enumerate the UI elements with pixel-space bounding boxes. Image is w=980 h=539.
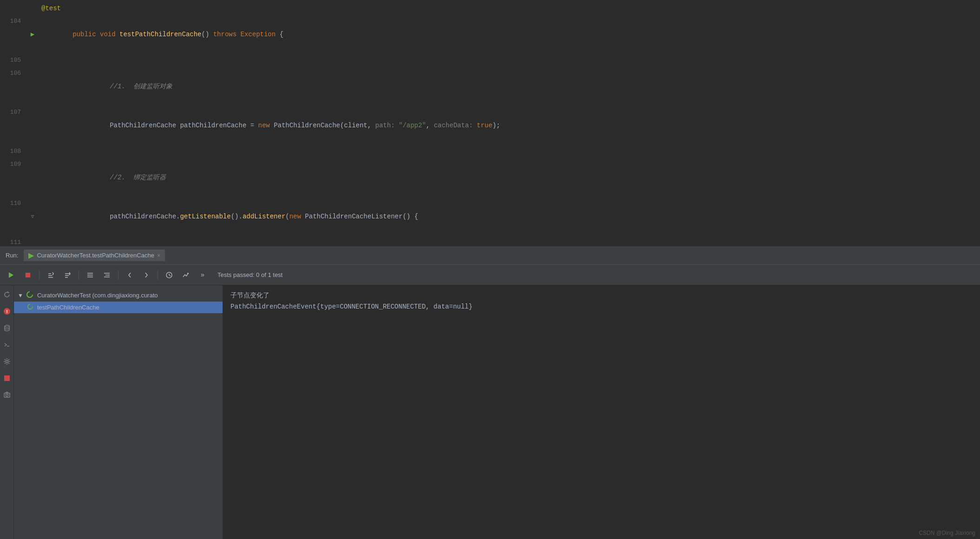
svg-point-19 — [5, 325, 9, 327]
clock-button[interactable] — [162, 269, 177, 282]
stop-button[interactable] — [20, 269, 35, 282]
run-tab-name: CuratorWatcherTest.testPathChildrenCache — [37, 252, 154, 259]
chart-button[interactable] — [178, 269, 193, 282]
test-of: of 1 test — [261, 271, 283, 278]
run-tab-icon: ▶ — [28, 251, 34, 260]
toolbar-sep-3 — [118, 270, 118, 280]
code-line-104: 104 ▶ public void testPathChildrenCache(… — [0, 15, 980, 54]
sort-asc-button[interactable] — [43, 269, 58, 282]
output-line-2: PathChildrenCacheEvent{type=CONNECTION_R… — [230, 301, 973, 312]
code-line-109: 109 //2. 绑定监听器 — [0, 158, 980, 197]
code-line-105: 105 — [0, 54, 980, 67]
next-fail-button[interactable] — [139, 269, 154, 282]
run-label: Run: — [6, 252, 18, 259]
toolbar-sep-1 — [39, 270, 39, 280]
sort-desc-button[interactable] — [60, 269, 75, 282]
toolbar-sep-2 — [79, 270, 79, 280]
bottom-content: ! — [0, 285, 980, 539]
svg-marker-0 — [9, 272, 13, 278]
svg-point-24 — [6, 394, 8, 396]
svg-line-16 — [169, 275, 171, 276]
tree-item-root[interactable]: ▼ CuratorWatcherTest (com.dingjiaxiong.c… — [14, 289, 223, 302]
test-status: Tests passed: 0 of 1 test — [217, 271, 283, 278]
stop-icon[interactable] — [1, 373, 13, 384]
database-icon[interactable] — [1, 322, 13, 334]
wrench-icon[interactable] — [1, 356, 13, 367]
svg-rect-22 — [4, 375, 10, 381]
code-line-110: 110 ▽ pathChildrenCache.getListenable().… — [0, 197, 980, 236]
tree-child-label: testPathChildrenCache — [37, 304, 99, 311]
run-tab-close[interactable]: × — [157, 252, 160, 259]
prev-fail-button[interactable] — [122, 269, 137, 282]
error-icon[interactable]: ! — [1, 306, 13, 317]
watermark: CSDN @Ding Jiaxiong — [919, 530, 975, 536]
tree-item-child[interactable]: testPathChildrenCache — [14, 302, 223, 313]
test-tree-panel: ▼ CuratorWatcherTest (com.dingjiaxiong.c… — [14, 285, 223, 539]
fold-icon-110[interactable]: ▽ — [31, 210, 34, 223]
test-status-label: Tests passed: — [217, 271, 256, 278]
output-line-1: 子节点变化了 — [230, 290, 973, 301]
collapse-button[interactable] — [83, 269, 98, 282]
root-spinner-icon — [26, 291, 33, 300]
refresh-icon[interactable] — [1, 289, 13, 300]
code-line-107: 107 PathChildrenCache pathChildrenCache … — [0, 106, 980, 145]
run-gutter-icon[interactable]: ▶ — [31, 28, 34, 41]
expand-arrow-icon: ▼ — [18, 292, 23, 299]
more-button[interactable]: » — [195, 269, 210, 282]
run-panel-header: Run: ▶ CuratorWatcherTest.testPathChildr… — [0, 246, 980, 265]
svg-point-21 — [6, 361, 8, 363]
code-line-111: 111 @Override — [0, 236, 980, 246]
code-line-106: 106 //1. 创建监听对象 — [0, 67, 980, 106]
code-line-annotation: @test — [0, 2, 980, 15]
code-line-108: 108 — [0, 145, 980, 158]
svg-text:!: ! — [5, 309, 8, 315]
toolbar-sep-4 — [158, 270, 158, 280]
code-editor: @test 104 ▶ public void testPathChildren… — [0, 0, 980, 246]
svg-rect-1 — [26, 273, 30, 277]
left-sidebar-icons: ! — [0, 285, 14, 539]
rerun-button[interactable] — [4, 269, 19, 282]
tree-root-label: CuratorWatcherTest (com.dingjiaxiong.cur… — [37, 292, 158, 299]
run-toolbar: » Tests passed: 0 of 1 test — [0, 265, 980, 285]
expand-button[interactable] — [99, 269, 114, 282]
terminal-icon[interactable] — [1, 339, 13, 350]
child-spinner-icon — [27, 303, 33, 311]
test-count: 0 — [256, 271, 259, 278]
output-panel: 子节点变化了 PathChildrenCacheEvent{type=CONNE… — [223, 285, 980, 539]
run-tab[interactable]: ▶ CuratorWatcherTest.testPathChildrenCac… — [24, 250, 164, 261]
camera-icon[interactable] — [1, 389, 13, 401]
